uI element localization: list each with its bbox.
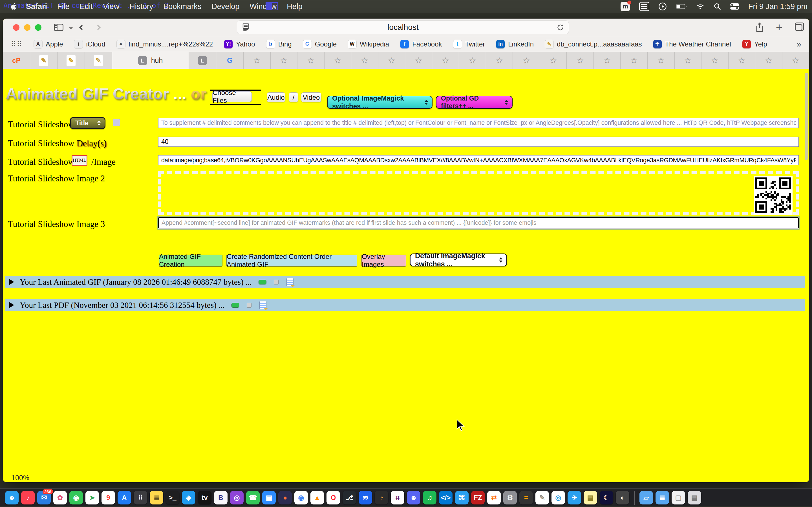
menu-item-edit[interactable]: Edit bbox=[80, 2, 93, 11]
tab-empty-star[interactable]: ☆ bbox=[378, 52, 405, 69]
last-animated-gif-bar[interactable]: Your Last Animated GIF (January 08 2026 … bbox=[5, 276, 805, 288]
dock-app-icon[interactable]: ◔ bbox=[375, 491, 388, 504]
pinned-tab[interactable]: ✎ bbox=[57, 52, 85, 69]
favorites-item[interactable]: ● find_minus....rep+%22s%22 bbox=[117, 40, 213, 48]
tab-empty-star[interactable]: ☆ bbox=[405, 52, 432, 69]
window-zoom-button[interactable] bbox=[35, 24, 42, 31]
image-3-comment-input[interactable] bbox=[158, 217, 799, 228]
dock-app-icon[interactable]: ⠿ bbox=[134, 491, 147, 504]
favorites-item[interactable]: f Facebook bbox=[400, 40, 442, 48]
dock-app-icon[interactable]: ≣ bbox=[656, 491, 669, 504]
dock-app-icon[interactable]: ⌘ bbox=[455, 491, 469, 504]
dock-app-icon[interactable]: ▤ bbox=[688, 491, 701, 504]
disclosure-triangle-icon[interactable] bbox=[9, 279, 14, 285]
image-data-url-input[interactable] bbox=[158, 155, 799, 165]
app-status-icon[interactable]: m bbox=[620, 2, 630, 11]
dock-app-icon[interactable]: ⎇ bbox=[343, 491, 356, 504]
apple-menu-icon[interactable] bbox=[10, 2, 17, 11]
input-source-icon[interactable] bbox=[639, 2, 649, 11]
menu-bar-clock[interactable]: Fri 9 Jan 1:59 pm bbox=[748, 2, 808, 11]
title-config-input[interactable] bbox=[158, 118, 799, 128]
tab-empty-star[interactable]: ☆ bbox=[324, 52, 352, 69]
dock-app-icon[interactable]: ◈ bbox=[182, 491, 195, 504]
dock-app-icon[interactable]: >_ bbox=[166, 491, 179, 504]
title-checkbox[interactable] bbox=[113, 119, 120, 126]
favorites-item[interactable]: t Twitter bbox=[453, 40, 485, 48]
video-button[interactable]: Video bbox=[301, 93, 321, 102]
menu-item-develop[interactable]: Develop bbox=[211, 2, 239, 11]
dock-app-icon[interactable]: ≣ bbox=[150, 491, 163, 504]
image-2-dropzone[interactable] bbox=[158, 171, 799, 215]
back-button[interactable] bbox=[79, 25, 84, 30]
small-swatch-icon[interactable] bbox=[274, 280, 278, 284]
favorites-item[interactable]: ✎ db_connect.p...aaasaaafaas bbox=[545, 40, 642, 48]
small-swatch-icon[interactable] bbox=[247, 303, 252, 307]
play-status-icon[interactable] bbox=[658, 2, 667, 11]
dock-app-icon[interactable]: ▲ bbox=[310, 491, 324, 504]
dock-app-icon[interactable]: ✉266 bbox=[37, 491, 51, 504]
last-pdf-bar[interactable]: Your Last PDF (November 03 2021 06:14:56… bbox=[5, 299, 805, 311]
tab-empty-star[interactable]: ☆ bbox=[594, 52, 621, 69]
tab-empty-star[interactable]: ☆ bbox=[755, 52, 782, 69]
dock-app-icon[interactable]: ♪ bbox=[21, 491, 35, 504]
dock-app-icon[interactable]: ◐ bbox=[616, 491, 629, 504]
tab-empty-star[interactable]: ☆ bbox=[486, 52, 513, 69]
tab-empty-star[interactable]: ☆ bbox=[432, 52, 459, 69]
menu-item-history[interactable]: History bbox=[130, 2, 153, 11]
spotlight-search-icon[interactable] bbox=[714, 3, 721, 10]
title-select[interactable]: Title bbox=[70, 117, 105, 129]
tab-empty-star[interactable]: ☆ bbox=[567, 52, 594, 69]
menu-item-file[interactable]: File bbox=[57, 2, 70, 11]
address-bar[interactable]: localhost bbox=[237, 20, 569, 34]
overlay-images-button[interactable]: Overlay Images bbox=[361, 255, 406, 267]
favorites-grid-icon[interactable]: ⠿⠿ bbox=[11, 40, 22, 48]
dock-app-icon[interactable]: </> bbox=[439, 491, 453, 504]
dock-app-icon[interactable]: A bbox=[117, 491, 131, 504]
imagemagick-switches-select[interactable]: Optional ImageMagick switches ... bbox=[327, 96, 433, 109]
dock-app-icon[interactable]: ▤ bbox=[583, 491, 597, 504]
clipboard-edit-icon[interactable] bbox=[287, 278, 294, 286]
dock-app-icon[interactable]: O bbox=[326, 491, 340, 504]
dock-app-icon[interactable]: ➤ bbox=[86, 491, 99, 504]
new-tab-button[interactable]: + bbox=[776, 22, 782, 33]
tab-empty-star[interactable]: ☆ bbox=[271, 52, 298, 69]
pinned-tab[interactable]: ✎ bbox=[30, 52, 57, 69]
tab-empty-star[interactable]: ☆ bbox=[782, 52, 809, 69]
menu-item-safari[interactable]: Safari bbox=[26, 2, 47, 11]
favorites-item[interactable]: in LinkedIn bbox=[496, 40, 534, 48]
default-imagemagick-select[interactable]: Default ImageMagick switches ... bbox=[410, 253, 507, 267]
menu-item-bookmarks[interactable]: Bookmarks bbox=[163, 2, 201, 11]
favorites-item[interactable]: Y! Yahoo bbox=[224, 40, 255, 48]
url-text[interactable]: localhost bbox=[250, 23, 557, 32]
dock-app-icon[interactable]: = bbox=[519, 491, 533, 504]
gif-thumbnail-icon[interactable] bbox=[259, 280, 266, 284]
favorites-item[interactable]: Y Yelp bbox=[742, 40, 767, 48]
dock-app-icon[interactable]: tv bbox=[198, 491, 211, 504]
tab-active-huh[interactable]: L huh bbox=[112, 52, 189, 69]
tab-empty-star[interactable]: ☆ bbox=[620, 52, 648, 69]
pdf-thumbnail-icon[interactable] bbox=[232, 303, 239, 307]
tab-empty-star[interactable]: ☆ bbox=[702, 52, 728, 69]
tab-l[interactable]: L bbox=[189, 52, 216, 69]
dock-app-icon[interactable]: ◉ bbox=[69, 491, 83, 504]
favorites-item[interactable]: i iCloud bbox=[74, 40, 105, 48]
dock-app-icon[interactable]: ☻ bbox=[5, 491, 18, 504]
tab-empty-star[interactable]: ☆ bbox=[351, 52, 378, 69]
animated-gif-creation-button[interactable]: Animated GIF Creation bbox=[159, 255, 222, 267]
favorites-overflow-button[interactable]: » bbox=[797, 40, 801, 49]
dock-app-icon[interactable]: ▣ bbox=[262, 491, 276, 504]
audio-button[interactable]: Audio bbox=[267, 93, 285, 102]
favorites-item[interactable]: A Apple bbox=[34, 40, 63, 48]
dock-app-icon[interactable]: ● bbox=[278, 491, 292, 504]
choose-files-button[interactable]: Choose Files bbox=[212, 91, 252, 102]
favorites-item[interactable]: b Bing bbox=[266, 40, 292, 48]
share-button[interactable] bbox=[756, 22, 763, 32]
dock-app-icon[interactable]: ⚙ bbox=[503, 491, 517, 504]
dock-app-icon[interactable]: ✎ bbox=[536, 491, 549, 504]
disclosure-triangle-icon[interactable] bbox=[9, 302, 14, 308]
dock-app-icon[interactable]: 9 bbox=[101, 491, 115, 504]
clipboard-edit-icon[interactable] bbox=[259, 301, 266, 309]
pinned-tab[interactable]: cP bbox=[3, 52, 30, 69]
tab-empty-star[interactable]: ☆ bbox=[675, 52, 702, 69]
page-format-icon[interactable] bbox=[242, 23, 250, 32]
